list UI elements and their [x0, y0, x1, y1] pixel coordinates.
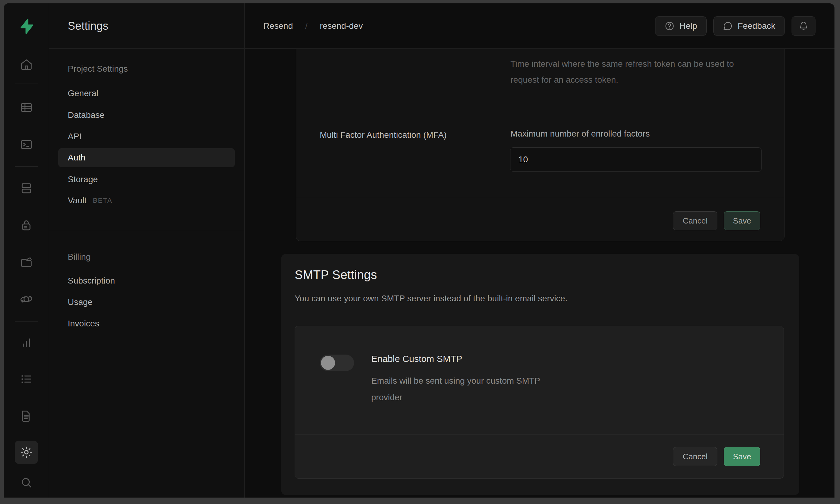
top-bar: Resend / resend-dev Help Feedback: [245, 3, 835, 49]
lock-icon: [20, 219, 33, 232]
sidebar-item-api-docs[interactable]: [15, 404, 38, 428]
app-window: Settings Project Settings General Databa…: [4, 3, 835, 498]
sidebar-item-vault[interactable]: Vault BETA: [68, 196, 113, 205]
settings-sidebar-header: Settings: [49, 3, 244, 49]
toggle-knob: [321, 356, 335, 370]
sidebar-item-search[interactable]: [15, 471, 38, 494]
sidebar-item-sql-editor[interactable]: [15, 133, 38, 156]
sidebar-item-usage[interactable]: Usage: [68, 297, 92, 307]
menu-header-billing: Billing: [68, 252, 91, 262]
breadcrumb-separator: /: [305, 21, 308, 31]
smtp-footer-divider: [295, 434, 784, 435]
sidebar-item-invoices[interactable]: Invoices: [68, 319, 99, 328]
smtp-section-description: You can use your own SMTP server instead…: [295, 294, 567, 303]
smtp-cancel-button[interactable]: Cancel: [673, 447, 717, 466]
beta-badge: BETA: [93, 197, 113, 204]
sidebar-item-authentication[interactable]: [15, 214, 38, 237]
enable-custom-smtp-toggle[interactable]: [320, 355, 354, 371]
vault-label: Vault: [68, 196, 87, 205]
bar-chart-icon: [20, 336, 33, 349]
breadcrumb-org[interactable]: Resend: [263, 21, 293, 31]
smtp-card: Enable Custom SMTP Emails will be sent u…: [295, 326, 784, 479]
home-icon: [20, 58, 33, 71]
sidebar-item-subscription[interactable]: Subscription: [68, 276, 115, 286]
sidebar-divider: [49, 230, 244, 230]
notifications-button[interactable]: [792, 16, 816, 36]
sidebar-item-logs[interactable]: [15, 367, 38, 391]
sidebar-item-general[interactable]: General: [68, 89, 98, 98]
sidebar-item-database[interactable]: [15, 177, 38, 200]
max-enrolled-factors-input[interactable]: [510, 147, 761, 172]
help-button[interactable]: Help: [655, 16, 707, 36]
sidebar-item-home[interactable]: [15, 53, 38, 76]
sidebar-item-reports[interactable]: [15, 331, 38, 354]
smtp-section-title: SMTP Settings: [295, 268, 377, 282]
search-icon: [20, 476, 33, 489]
file-text-icon: [20, 409, 33, 422]
settings-content: Time interval where the same refresh tok…: [245, 49, 835, 498]
sidebar-item-project-settings[interactable]: [15, 440, 38, 464]
main-area: Resend / resend-dev Help Feedback: [245, 3, 835, 498]
mfa-field-label: Maximum number of enrolled factors: [511, 129, 650, 139]
enable-custom-smtp-description: Emails will be sent using your custom SM…: [371, 373, 567, 406]
page-title: Settings: [68, 20, 108, 33]
top-bar-actions: Help Feedback: [655, 16, 816, 36]
sidebar-item-storage-settings[interactable]: Storage: [68, 175, 98, 184]
menu-header-project-settings: Project Settings: [68, 64, 128, 74]
breadcrumb: Resend / resend-dev: [263, 21, 363, 31]
help-label: Help: [679, 21, 697, 31]
breadcrumb-project[interactable]: resend-dev: [320, 21, 363, 31]
sidebar-item-storage[interactable]: [15, 250, 38, 274]
feedback-label: Feedback: [738, 21, 775, 31]
enable-custom-smtp-label: Enable Custom SMTP: [371, 354, 462, 364]
sidebar-item-edge-functions[interactable]: [15, 288, 38, 311]
database-icon: [20, 182, 33, 195]
rail-divider: [15, 321, 38, 322]
supabase-logo-icon[interactable]: [18, 18, 35, 36]
mfa-row-label: Multi Factor Authentication (MFA): [320, 130, 447, 140]
sidebar-item-table-editor[interactable]: [15, 96, 38, 119]
speech-bubble-icon: [723, 21, 733, 31]
auth-save-button[interactable]: Save: [724, 211, 760, 230]
gear-icon: [20, 446, 33, 459]
rail-divider: [15, 84, 38, 84]
refresh-token-help-text: Time interval where the same refresh tok…: [511, 56, 765, 88]
icon-rail: [4, 3, 49, 498]
settings-sidebar: Settings Project Settings General Databa…: [49, 3, 245, 498]
auth-settings-card: Time interval where the same refresh tok…: [296, 49, 785, 241]
smtp-settings-panel: SMTP Settings You can use your own SMTP …: [281, 254, 799, 495]
terminal-icon: [20, 138, 33, 151]
smtp-save-button[interactable]: Save: [724, 447, 760, 466]
card-footer-divider: [296, 197, 784, 197]
sidebar-item-api[interactable]: API: [68, 132, 82, 142]
sidebar-item-database-settings[interactable]: Database: [68, 110, 105, 120]
auth-cancel-button[interactable]: Cancel: [673, 211, 717, 230]
help-circle-icon: [665, 21, 674, 31]
table-icon: [20, 101, 33, 114]
sidebar-item-auth[interactable]: Auth: [68, 153, 86, 163]
list-icon: [20, 372, 33, 386]
folder-icon: [20, 255, 33, 269]
orbit-icon: [20, 292, 33, 306]
feedback-button[interactable]: Feedback: [714, 16, 785, 36]
bell-icon: [799, 21, 808, 31]
